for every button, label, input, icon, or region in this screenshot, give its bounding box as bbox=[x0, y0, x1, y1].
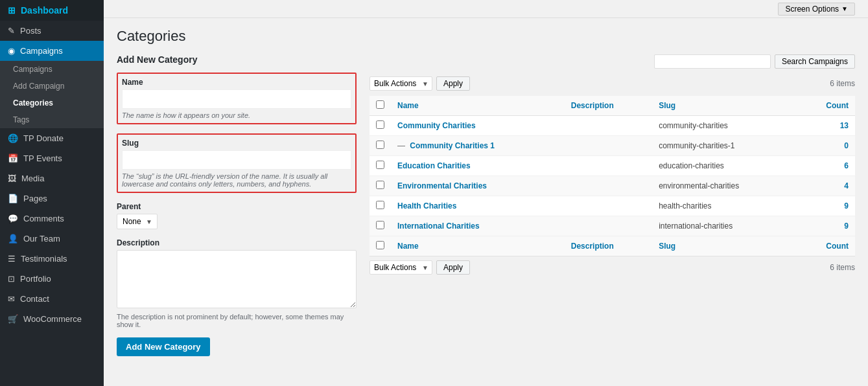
row-name-cell: — Community Charities 1 bbox=[391, 136, 565, 156]
apply-button-bottom[interactable]: Apply bbox=[436, 260, 470, 275]
campaigns-icon: ◉ bbox=[8, 46, 15, 56]
footer-description[interactable]: Description bbox=[565, 236, 652, 256]
row-checkbox-cell bbox=[369, 156, 391, 176]
footer-count[interactable]: Count bbox=[799, 236, 855, 256]
sidebar-item-tp-donate[interactable]: 🌐 TP Donate bbox=[0, 128, 104, 148]
tp-donate-icon: 🌐 bbox=[8, 133, 18, 143]
sidebar-subitem-add-campaign[interactable]: Add Campaign bbox=[0, 78, 104, 95]
bulk-actions-select-bottom[interactable]: Bulk Actions bbox=[369, 260, 432, 275]
row-name-cell: International Charities bbox=[391, 216, 565, 236]
footer-name[interactable]: Name bbox=[391, 236, 565, 256]
sidebar-subitem-categories[interactable]: Categories bbox=[0, 95, 104, 111]
sidebar-item-portfolio[interactable]: ⊡ Portfolio bbox=[0, 269, 104, 289]
form-title: Add New Category bbox=[117, 54, 357, 65]
sidebar-item-comments[interactable]: 💬 Comments bbox=[0, 209, 104, 229]
description-hint: The description is not prominent by defa… bbox=[117, 313, 357, 328]
row-checkbox[interactable] bbox=[376, 141, 384, 149]
sidebar-item-contact[interactable]: ✉ Contact bbox=[0, 289, 104, 309]
header-count[interactable]: Count bbox=[799, 96, 855, 116]
search-input[interactable] bbox=[654, 54, 771, 69]
row-checkbox-cell bbox=[369, 136, 391, 156]
table-body: Community Charities community-charities … bbox=[369, 116, 855, 236]
sidebar-item-our-team[interactable]: 👤 Our Team bbox=[0, 229, 104, 249]
sidebar-subitem-tags[interactable]: Tags bbox=[0, 111, 104, 128]
dashboard-icon: ⊞ bbox=[8, 5, 16, 16]
sidebar-item-posts[interactable]: ✎ Posts bbox=[0, 21, 104, 41]
row-name-cell: Health Charities bbox=[391, 196, 565, 216]
add-category-form: Add New Category Name The name is how it… bbox=[117, 54, 357, 356]
row-slug-cell: community-charities bbox=[652, 116, 799, 136]
row-checkbox[interactable] bbox=[376, 181, 384, 189]
sidebar-item-testimonials[interactable]: ☰ Testimonials bbox=[0, 249, 104, 269]
row-checkbox[interactable] bbox=[376, 221, 384, 229]
screen-options-button[interactable]: Screen Options bbox=[778, 3, 855, 16]
table-top-actions: Bulk Actions Apply 6 items bbox=[369, 76, 855, 91]
description-label: Description bbox=[117, 238, 357, 247]
bulk-actions-select-top[interactable]: Bulk Actions bbox=[369, 76, 432, 91]
header-description[interactable]: Description bbox=[565, 96, 652, 116]
row-checkbox[interactable] bbox=[376, 120, 384, 129]
sidebar-item-pages[interactable]: 📄 Pages bbox=[0, 188, 104, 209]
category-link[interactable]: International Charities bbox=[397, 221, 480, 231]
row-count-cell: 13 bbox=[799, 116, 855, 136]
category-link[interactable]: Community Charities bbox=[397, 121, 476, 130]
parent-select[interactable]: None bbox=[117, 214, 158, 229]
select-all-checkbox-top[interactable] bbox=[376, 100, 384, 109]
category-link[interactable]: Community Charities 1 bbox=[410, 141, 495, 150]
our-team-icon: 👤 bbox=[8, 234, 18, 244]
pages-icon: 📄 bbox=[8, 194, 18, 203]
media-icon: 🖼 bbox=[8, 174, 16, 183]
slug-hint: The “slug” is the URL-friendly version o… bbox=[122, 172, 351, 188]
row-count-cell: 0 bbox=[799, 136, 855, 156]
header-name[interactable]: Name bbox=[391, 96, 565, 116]
search-bar: Search Campaigns bbox=[654, 54, 855, 69]
top-bar: Screen Options bbox=[104, 0, 868, 18]
add-new-category-button[interactable]: Add New Category bbox=[117, 337, 210, 356]
slug-input[interactable] bbox=[122, 150, 351, 170]
row-checkbox[interactable] bbox=[376, 161, 384, 169]
comments-icon: 💬 bbox=[8, 214, 18, 223]
main-content: Screen Options Categories Add New Catego… bbox=[104, 0, 868, 386]
content-area: Categories Add New Category Name The nam… bbox=[104, 18, 868, 386]
row-checkbox[interactable] bbox=[376, 201, 384, 209]
row-description-cell bbox=[565, 156, 652, 176]
name-input[interactable] bbox=[122, 89, 351, 109]
table-footer: Name Description Slug Count bbox=[369, 236, 855, 256]
footer-slug[interactable]: Slug bbox=[652, 236, 799, 256]
category-link[interactable]: Health Charities bbox=[397, 201, 456, 210]
sidebar-subitem-campaigns[interactable]: Campaigns bbox=[0, 61, 104, 78]
woocommerce-icon: 🛒 bbox=[8, 314, 18, 324]
sidebar-item-woocommerce[interactable]: 🛒 WooCommerce bbox=[0, 309, 104, 329]
page-title: Categories bbox=[117, 28, 855, 45]
row-description-cell bbox=[565, 136, 652, 156]
category-link[interactable]: Education Charities bbox=[397, 161, 471, 170]
table-row: Community Charities community-charities … bbox=[369, 116, 855, 136]
row-description-cell bbox=[565, 196, 652, 216]
category-link[interactable]: Environmental Charities bbox=[397, 181, 487, 190]
sidebar-item-campaigns[interactable]: ◉ Campaigns bbox=[0, 41, 104, 61]
dashboard-menu-item[interactable]: ⊞ Dashboard bbox=[0, 0, 104, 21]
table-header: Name Description Slug Count bbox=[369, 96, 855, 116]
apply-button-top[interactable]: Apply bbox=[436, 76, 470, 91]
header-slug[interactable]: Slug bbox=[652, 96, 799, 116]
bulk-actions-bottom: Bulk Actions Apply bbox=[369, 260, 470, 275]
description-textarea[interactable] bbox=[117, 250, 357, 308]
search-campaigns-button[interactable]: Search Campaigns bbox=[775, 54, 855, 69]
select-all-checkbox-bottom[interactable] bbox=[376, 241, 384, 249]
row-count-cell: 4 bbox=[799, 176, 855, 196]
row-description-cell bbox=[565, 176, 652, 196]
row-name-cell: Community Charities bbox=[391, 116, 565, 136]
row-checkbox-cell bbox=[369, 196, 391, 216]
dashboard-label: Dashboard bbox=[21, 5, 68, 16]
sidebar: ⊞ Dashboard ✎ Posts ◉ Campaigns Campaign… bbox=[0, 0, 104, 386]
sidebar-item-tp-events[interactable]: 📅 TP Events bbox=[0, 148, 104, 168]
posts-icon: ✎ bbox=[8, 26, 15, 36]
row-checkbox-cell bbox=[369, 216, 391, 236]
description-field-group: Description The description is not promi… bbox=[117, 238, 357, 328]
sidebar-item-media[interactable]: 🖼 Media bbox=[0, 168, 104, 188]
items-count-top: 6 items bbox=[830, 79, 855, 88]
row-slug-cell: international-charities bbox=[652, 216, 799, 236]
table-row: Environmental Charities environmental-ch… bbox=[369, 176, 855, 196]
items-count-bottom: 6 items bbox=[830, 263, 855, 272]
row-slug-cell: education-charities bbox=[652, 156, 799, 176]
